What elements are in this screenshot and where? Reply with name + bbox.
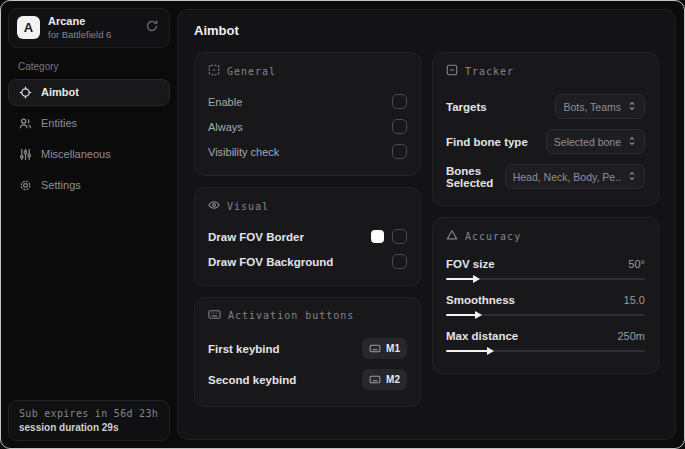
setting-row-always: Always: [208, 114, 407, 139]
max-distance-setting: Max distance 250m: [446, 326, 645, 362]
fov-border-color-swatch[interactable]: [371, 230, 384, 243]
general-card: General Enable Always Visibility check: [194, 52, 421, 176]
draw-fov-background-checkbox[interactable]: [392, 254, 407, 269]
visual-card: Visual Draw FOV Border Draw FOV Backgrou…: [194, 187, 421, 286]
targets-dropdown[interactable]: Bots, Teams: [555, 94, 645, 119]
accuracy-section-head: Accuracy: [446, 229, 645, 243]
fov-size-slider[interactable]: [446, 278, 645, 280]
setting-row-second-keybind: Second keybind M2: [208, 364, 407, 395]
app-title: Arcane: [48, 15, 135, 29]
sidebar-item-entities[interactable]: Entities: [8, 110, 170, 137]
fov-size-setting: FOV size 50°: [446, 254, 645, 290]
focus-icon: [446, 64, 458, 78]
app-subtitle: for Battlefield 6: [48, 29, 135, 41]
tracker-section-head: Tracker: [446, 64, 645, 78]
keybind-value: M2: [386, 374, 400, 385]
setting-label: First keybind: [208, 343, 280, 355]
setting-label: Visibility check: [208, 146, 279, 158]
smoothness-value: 15.0: [624, 294, 645, 306]
category-label: Category: [18, 61, 160, 72]
sidebar-item-miscellaneous[interactable]: Miscellaneous: [8, 141, 170, 168]
entities-icon: [19, 117, 32, 130]
setting-label: Enable: [208, 96, 242, 108]
activation-buttons-card: Activation buttons First keybind M1: [194, 297, 421, 407]
setting-row-bones-selected: Bones Selected Head, Neck, Body, Pe..: [446, 159, 645, 194]
page-title: Aimbot: [194, 23, 659, 38]
smoothness-setting: Smoothness 15.0: [446, 290, 645, 326]
slider-fill: [446, 350, 488, 352]
setting-row-enable: Enable: [208, 89, 407, 114]
setting-label: FOV size: [446, 258, 495, 270]
sidebar-item-label: Settings: [41, 179, 81, 191]
brand-text: Arcane for Battlefield 6: [48, 15, 135, 41]
fov-size-value: 50°: [628, 258, 645, 270]
keybind-value: M1: [386, 343, 400, 354]
max-distance-slider[interactable]: [446, 350, 645, 352]
reload-button[interactable]: [143, 17, 161, 38]
keyboard-icon: [369, 372, 381, 387]
setting-row-draw-fov-border: Draw FOV Border: [208, 224, 407, 249]
subscription-expiry: Sub expires in 56d 23h: [19, 408, 159, 419]
slider-header: Smoothness 15.0: [446, 294, 645, 306]
dropdown-value: Head, Neck, Body, Pe..: [513, 171, 621, 183]
slider-header: FOV size 50°: [446, 258, 645, 270]
sidebar-item-label: Aimbot: [41, 86, 79, 98]
section-title: Tracker: [465, 66, 514, 77]
setting-label: Draw FOV Background: [208, 256, 333, 268]
dropdown-value: Bots, Teams: [563, 101, 621, 113]
left-column: General Enable Always Visibility check: [194, 52, 421, 418]
general-section-head: General: [208, 64, 407, 78]
setting-label: Bones Selected: [446, 165, 505, 189]
sidebar-item-aimbot[interactable]: Aimbot: [8, 79, 170, 106]
chevrons-up-down-icon: [627, 134, 637, 149]
visual-section-head: Visual: [208, 199, 407, 213]
setting-label: Find bone type: [446, 136, 528, 148]
smoothness-slider[interactable]: [446, 314, 645, 316]
first-keybind-button[interactable]: M1: [362, 338, 407, 359]
setting-row-first-keybind: First keybind M1: [208, 333, 407, 364]
activation-section-head: Activation buttons: [208, 309, 407, 322]
keyboard-icon: [208, 309, 221, 322]
subscription-card: Sub expires in 56d 23h session duration …: [8, 400, 170, 441]
setting-label: Always: [208, 121, 243, 133]
setting-label: Max distance: [446, 330, 518, 342]
setting-label: Draw FOV Border: [208, 231, 304, 243]
sidebar-item-settings[interactable]: Settings: [8, 172, 170, 199]
setting-row-targets: Targets Bots, Teams: [446, 89, 645, 124]
bones-selected-dropdown[interactable]: Head, Neck, Body, Pe..: [505, 164, 645, 189]
session-duration: session duration 29s: [19, 422, 159, 433]
always-checkbox[interactable]: [392, 119, 407, 134]
visibility-check-checkbox[interactable]: [392, 144, 407, 159]
setting-row-visibility-check: Visibility check: [208, 139, 407, 164]
setting-label: Smoothness: [446, 294, 515, 306]
section-title: Visual: [227, 201, 269, 212]
find-bone-type-dropdown[interactable]: Selected bone: [546, 129, 645, 154]
setting-label: Targets: [446, 101, 487, 113]
setting-label: Second keybind: [208, 374, 296, 386]
chevrons-up-down-icon: [627, 99, 637, 114]
gear-icon: [19, 179, 32, 192]
second-keybind-button[interactable]: M2: [362, 369, 407, 390]
category-nav: Aimbot Entities Miscella: [8, 79, 170, 199]
app-window: A Arcane for Battlefield 6 Category: [0, 0, 685, 449]
draw-fov-border-checkbox[interactable]: [392, 229, 407, 244]
slider-fill: [446, 278, 474, 280]
tracker-card: Tracker Targets Bots, Teams: [432, 52, 659, 206]
max-distance-value: 250m: [617, 330, 645, 342]
setting-row-draw-fov-background: Draw FOV Background: [208, 249, 407, 274]
chevrons-up-down-icon: [627, 169, 637, 184]
main-panel: Aimbot General Enable: [177, 9, 676, 440]
slider-header: Max distance 250m: [446, 330, 645, 342]
sliders-icon: [19, 148, 32, 161]
accuracy-card: Accuracy FOV size 50° Smoothness: [432, 217, 659, 374]
slider-fill: [446, 314, 476, 316]
enable-checkbox[interactable]: [392, 94, 407, 109]
app-logo: A: [17, 16, 40, 39]
dropdown-value: Selected bone: [554, 136, 621, 148]
section-title: General: [227, 66, 276, 77]
brand-card: A Arcane for Battlefield 6: [8, 8, 170, 48]
general-icon: [208, 64, 220, 78]
right-column: Tracker Targets Bots, Teams: [432, 52, 659, 385]
keyboard-icon: [369, 341, 381, 356]
sidebar: A Arcane for Battlefield 6 Category: [1, 1, 177, 448]
